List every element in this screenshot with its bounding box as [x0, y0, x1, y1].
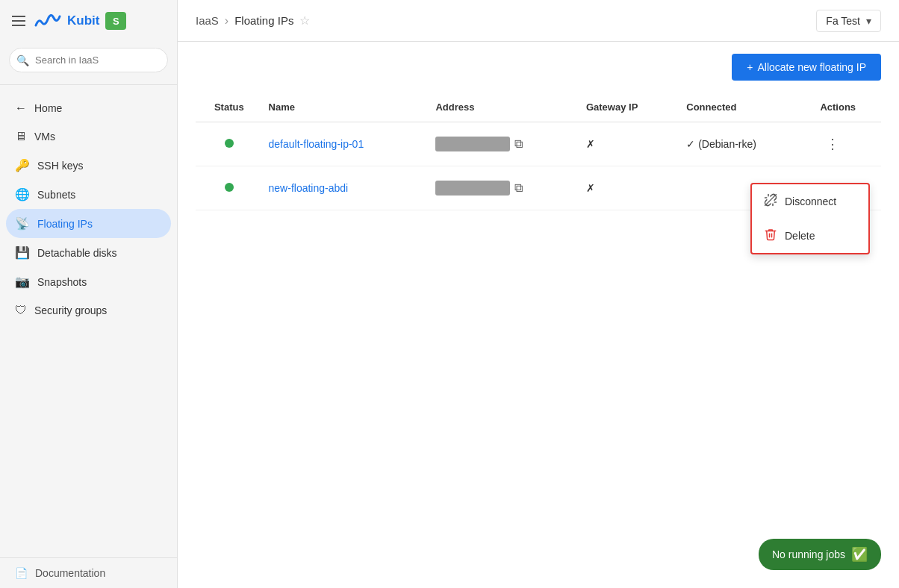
sidebar-divider-1	[0, 84, 177, 85]
security-groups-icon: 🛡	[15, 304, 27, 317]
col-header-status: Status	[196, 93, 263, 122]
hamburger-menu[interactable]	[12, 16, 25, 26]
row1-gateway-x: ✗	[586, 138, 595, 150]
row1-address-cell: ⧉	[429, 122, 580, 166]
action-bar: + Allocate new floating IP	[178, 42, 899, 93]
breadcrumb-current: Floating IPs	[234, 14, 293, 27]
no-jobs-label: No running jobs	[772, 548, 845, 560]
row1-connected-value: ✓ (Debian-rke)	[686, 138, 808, 150]
row1-copy-icon[interactable]: ⧉	[514, 137, 523, 151]
sidebar-item-vms[interactable]: 🖥 VMs	[0, 122, 177, 151]
snapshots-icon: 📷	[15, 275, 30, 289]
sidebar-item-vms-label: VMs	[34, 131, 55, 143]
allocate-floating-ip-button[interactable]: + Allocate new floating IP	[732, 54, 881, 81]
documentation-label: Documentation	[35, 567, 105, 579]
sidebar-item-security-groups[interactable]: 🛡 Security groups	[0, 296, 177, 325]
main-content: IaaS › Floating IPs ☆ Fa Test ▾ + Alloca…	[178, 0, 899, 588]
row2-gateway-x: ✗	[586, 182, 595, 194]
row2-address-masked	[435, 181, 510, 196]
search-container: 🔍	[9, 48, 168, 72]
subnets-icon: 🌐	[15, 187, 30, 201]
sidebar-header: Kubit S	[0, 0, 177, 42]
col-header-gateway: Gateway IP	[580, 93, 680, 122]
sidebar-item-detachable-disks[interactable]: 💾 Detachable disks	[0, 238, 177, 267]
row1-actions-cell: ⋮	[814, 122, 881, 166]
row2-copy-icon[interactable]: ⧉	[514, 181, 523, 195]
sidebar-item-floating-ips-label: Floating IPs	[37, 218, 93, 230]
sidebar-item-ssh-keys[interactable]: 🔑 SSH keys	[0, 151, 177, 180]
col-header-name: Name	[263, 93, 430, 122]
breadcrumb-iaas[interactable]: IaaS	[196, 14, 219, 27]
sidebar-item-detachable-disks-label: Detachable disks	[37, 247, 117, 259]
project-selector[interactable]: Fa Test ▾	[816, 10, 881, 32]
sidebar-item-home-label: Home	[34, 102, 62, 114]
plus-icon: +	[747, 61, 753, 73]
sidebar-item-home[interactable]: ← Home	[0, 94, 177, 122]
row2-address-box: ⧉	[435, 181, 574, 196]
breadcrumb-separator: ›	[225, 14, 228, 28]
row2-gateway-cell: ✗	[580, 166, 680, 210]
row1-address-masked	[435, 137, 510, 151]
row2-address-cell: ⧉	[429, 166, 580, 210]
logo-area: Kubit S	[34, 12, 126, 30]
no-running-jobs-badge: No running jobs ✅	[759, 539, 881, 570]
row1-actions-button[interactable]: ⋮	[820, 133, 845, 155]
check-circle-icon: ✅	[851, 546, 868, 563]
delete-trash-icon	[764, 228, 777, 244]
detachable-disks-icon: 💾	[15, 245, 30, 260]
sidebar-item-snapshots[interactable]: 📷 Snapshots	[0, 267, 177, 296]
sidebar-footer[interactable]: 📄 Documentation	[0, 557, 177, 588]
col-header-address: Address	[429, 93, 580, 122]
row2-ip-name[interactable]: new-floating-abdi	[269, 182, 349, 194]
project-name: Fa Test	[826, 15, 860, 27]
col-header-actions: Actions	[814, 93, 881, 122]
row2-name-cell: new-floating-abdi	[263, 166, 430, 210]
back-arrow-icon: ←	[15, 101, 27, 115]
sidebar-nav: ← Home 🖥 VMs 🔑 SSH keys 🌐 Subnets 📡 Floa…	[0, 91, 177, 557]
status-active-icon	[225, 139, 234, 148]
disconnect-icon	[764, 193, 777, 210]
row1-connected-cell: ✓ (Debian-rke)	[680, 122, 814, 166]
sidebar-item-ssh-keys-label: SSH keys	[37, 160, 83, 172]
sidebar-item-floating-ips[interactable]: 📡 Floating IPs	[6, 209, 171, 238]
topbar: IaaS › Floating IPs ☆ Fa Test ▾	[178, 0, 899, 42]
disconnect-menu-item[interactable]: Disconnect	[752, 184, 868, 219]
allocate-button-label: Allocate new floating IP	[757, 61, 866, 73]
floating-ips-icon: 📡	[15, 216, 30, 231]
status-active-icon	[225, 183, 234, 192]
topbar-right: Fa Test ▾	[816, 10, 881, 32]
status-bar: No running jobs ✅	[759, 539, 881, 570]
chevron-down-icon: ▾	[866, 15, 871, 27]
sidebar-item-snapshots-label: Snapshots	[37, 276, 87, 288]
search-input[interactable]	[9, 48, 168, 72]
actions-dropdown-menu: Disconnect Delete	[750, 183, 870, 254]
breadcrumb: IaaS › Floating IPs ☆	[196, 13, 310, 28]
row1-status-cell	[196, 122, 263, 166]
kubit-logo-icon	[34, 12, 61, 30]
row1-gateway-cell: ✗	[580, 122, 680, 166]
row2-status-cell	[196, 166, 263, 210]
sidebar: Kubit S 🔍 ← Home 🖥 VMs 🔑 SSH keys 🌐 Subn…	[0, 0, 178, 588]
sidebar-item-security-groups-label: Security groups	[34, 304, 107, 316]
disconnect-label: Disconnect	[785, 196, 836, 207]
search-icon: 🔍	[16, 54, 29, 66]
favorite-star-icon[interactable]: ☆	[299, 13, 310, 28]
col-header-connected: Connected	[680, 93, 814, 122]
floating-ips-table-container: Status Name Address Gateway IP Connected…	[178, 93, 899, 588]
ssh-keys-icon: 🔑	[15, 158, 30, 172]
sidebar-item-subnets-label: Subnets	[37, 189, 75, 201]
documentation-icon: 📄	[15, 567, 28, 579]
row1-name-cell: default-floating-ip-01	[263, 122, 430, 166]
vms-icon: 🖥	[15, 130, 27, 143]
table-header-row: Status Name Address Gateway IP Connected…	[196, 93, 881, 122]
row1-ip-name[interactable]: default-floating-ip-01	[269, 138, 364, 150]
delete-label: Delete	[785, 230, 815, 242]
secondary-logo: S	[105, 12, 126, 30]
row1-address-box: ⧉	[435, 137, 574, 151]
sidebar-item-subnets[interactable]: 🌐 Subnets	[0, 180, 177, 209]
app-name: Kubit	[67, 13, 99, 28]
table-row: default-floating-ip-01 ⧉ ✗ ✓ (Debian-rke…	[196, 122, 881, 166]
delete-menu-item[interactable]: Delete	[752, 219, 868, 253]
